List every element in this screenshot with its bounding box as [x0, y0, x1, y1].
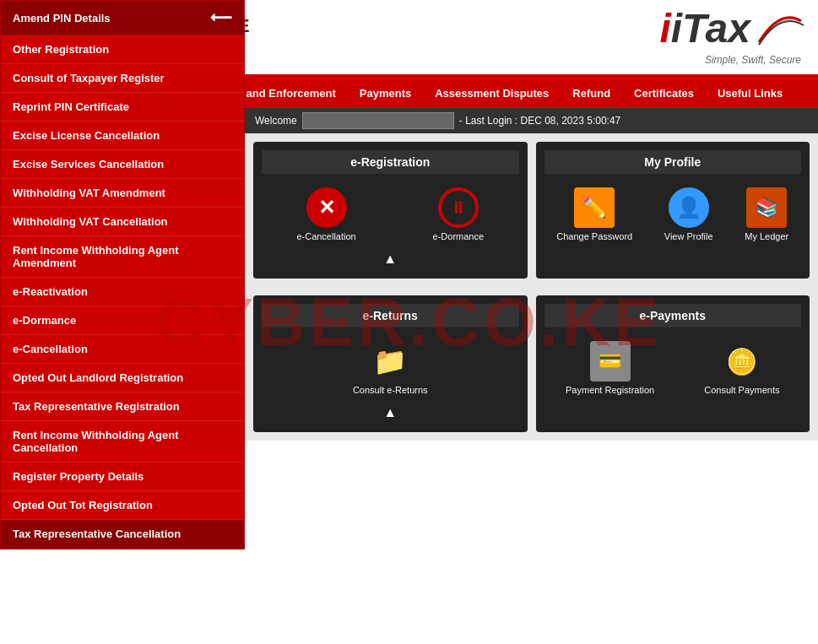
menu-other-reg[interactable]: Other Registration	[1, 35, 244, 64]
epayments-title: e-Payments	[544, 304, 802, 327]
welcome-input[interactable]	[302, 112, 454, 129]
menu-excise-services[interactable]: Excise Services Cancellation	[1, 150, 244, 179]
itax-tagline: Simple, Swift, Secure	[705, 54, 801, 66]
menu-rent-withholding-amend[interactable]: Rent Income Withholding Agent Amendment	[1, 236, 244, 278]
my-ledger-item[interactable]: 📚 My Ledger	[745, 187, 788, 241]
last-login-text: - Last Login : DEC 08, 2023 5:00:47	[459, 115, 620, 127]
change-password-label: Change Password	[556, 231, 632, 241]
menu-reactivation[interactable]: e-Reactivation	[1, 278, 244, 306]
menu-excise-license[interactable]: Excise License Cancellation	[1, 122, 244, 150]
menu-opted-out-landlord[interactable]: Opted Out Landlord Registration	[1, 364, 244, 392]
itax-i: i	[659, 8, 670, 49]
change-password-icon: ✏️	[574, 187, 615, 228]
nav-assessment[interactable]: Assessment Disputes	[423, 78, 561, 108]
view-profile-label: View Profile	[664, 231, 713, 241]
below-navbar: e-Comp... Amend PIN Details ⟵ Other Regi…	[0, 108, 818, 441]
my-ledger-label: My Ledger	[745, 231, 788, 241]
menu-opted-out-tot[interactable]: Opted Out Tot Registration	[1, 491, 244, 520]
right-area: Welcome - Last Login : DEC 08, 2023 5:00…	[245, 108, 818, 441]
my-profile-icons: ✏️ Change Password 👤 View Profile 📚 My L…	[544, 181, 802, 248]
ereturns-card: e-Returns 📁 Consult e-Returns ▲	[253, 295, 528, 432]
itax-logo: i iTax Simple, Swift, Secure	[659, 8, 801, 66]
menu-reprint-pin[interactable]: Reprint PIN Certificate	[1, 93, 244, 122]
nav-useful-links[interactable]: Useful Links	[706, 78, 794, 108]
ereturns-title: e-Returns	[262, 304, 519, 327]
eregistration-expand[interactable]: ▲	[262, 248, 519, 270]
consult-payments-item[interactable]: 🪙 Consult Payments	[704, 341, 779, 395]
menu-withholding-vat-cancel[interactable]: Withholding VAT Cancellation	[1, 208, 244, 236]
my-ledger-icon: 📚	[746, 187, 787, 228]
payment-reg-icon: 💳	[590, 341, 631, 382]
eregistration-title: e-Registration	[262, 150, 519, 174]
consult-payments-icon: 🪙	[722, 341, 762, 382]
ereturns-expand[interactable]: ▲	[262, 402, 519, 424]
ecancellation-icon-item[interactable]: ✕ e-Cancellation	[296, 187, 355, 241]
epayments-icons: 💳 Payment Registration 🪙 Consult Payment…	[544, 334, 802, 402]
payment-reg-label: Payment Registration	[566, 385, 654, 395]
page-wrapper: 🦁 Kenya Revenue Authority i iTax Simple,	[0, 0, 818, 441]
nav-payments[interactable]: Payments	[348, 78, 423, 108]
cards-row-2: e-Returns 📁 Consult e-Returns ▲ e-Paymen…	[245, 287, 818, 441]
menu-tax-rep-cancel[interactable]: Tax Representative Cancellation	[1, 520, 244, 549]
consult-payments-label: Consult Payments	[704, 385, 779, 395]
menu-consult-taxpayer[interactable]: Consult of Taxpayer Register	[1, 64, 244, 93]
nav-certificates[interactable]: Certificates	[622, 78, 706, 108]
view-profile-item[interactable]: 👤 View Profile	[664, 187, 713, 241]
ecancellation-icon: ✕	[306, 187, 347, 228]
menu-withholding-vat[interactable]: Withholding VAT Amendment	[1, 179, 244, 208]
nav-refund[interactable]: Refund	[561, 78, 622, 108]
my-profile-title: My Profile	[544, 150, 802, 174]
menu-tax-rep-reg[interactable]: Tax Representative Registration	[1, 392, 244, 421]
itax-swoosh	[755, 4, 805, 50]
edormance-icon-item[interactable]: ⏸ e-Dormance	[433, 187, 485, 241]
edormance-icon: ⏸	[438, 187, 479, 228]
menu-rent-income-cancel[interactable]: Rent Income Withholding Agent Cancellati…	[1, 421, 244, 463]
payment-reg-item[interactable]: 💳 Payment Registration	[566, 341, 654, 395]
ereturns-icons: 📁 Consult e-Returns	[262, 334, 519, 402]
menu-register-property[interactable]: Register Property Details	[1, 463, 244, 491]
consult-ereturns-item[interactable]: 📁 Consult e-Returns	[353, 341, 428, 395]
view-profile-icon: 👤	[669, 187, 709, 228]
arrow-indicator: ⟵	[210, 8, 232, 27]
dropdown-wrapper: e-Comp... Amend PIN Details ⟵ Other Regi…	[0, 108, 245, 441]
dropdown-menu: Amend PIN Details ⟵ Other Registration C…	[0, 0, 245, 549]
menu-edormance[interactable]: e-Dormance	[1, 306, 244, 335]
itax-tax: iTax	[671, 8, 750, 49]
edormance-label: e-Dormance	[433, 231, 485, 241]
epayments-card: e-Payments 💳 Payment Registration 🪙 Cons…	[536, 295, 810, 432]
eregistration-card: e-Registration ✕ e-Cancellation ⏸ e-Dorm…	[253, 142, 528, 279]
consult-ereturns-label: Consult e-Returns	[353, 385, 428, 395]
ecancellation-label: e-Cancellation	[296, 231, 355, 241]
change-password-item[interactable]: ✏️ Change Password	[556, 187, 632, 241]
my-profile-card: My Profile ✏️ Change Password 👤 View Pro…	[536, 142, 810, 279]
menu-ecancellation[interactable]: e-Cancellation	[1, 335, 244, 364]
menu-amend-pin[interactable]: Amend PIN Details ⟵	[1, 1, 244, 35]
consult-ereturns-icon: 📁	[370, 341, 410, 382]
welcome-label: Welcome	[255, 115, 297, 127]
welcome-bar: Welcome - Last Login : DEC 08, 2023 5:00…	[245, 108, 818, 133]
eregistration-icons: ✕ e-Cancellation ⏸ e-Dormance	[262, 181, 519, 248]
cards-row: e-Registration ✕ e-Cancellation ⏸ e-Dorm…	[245, 133, 818, 287]
